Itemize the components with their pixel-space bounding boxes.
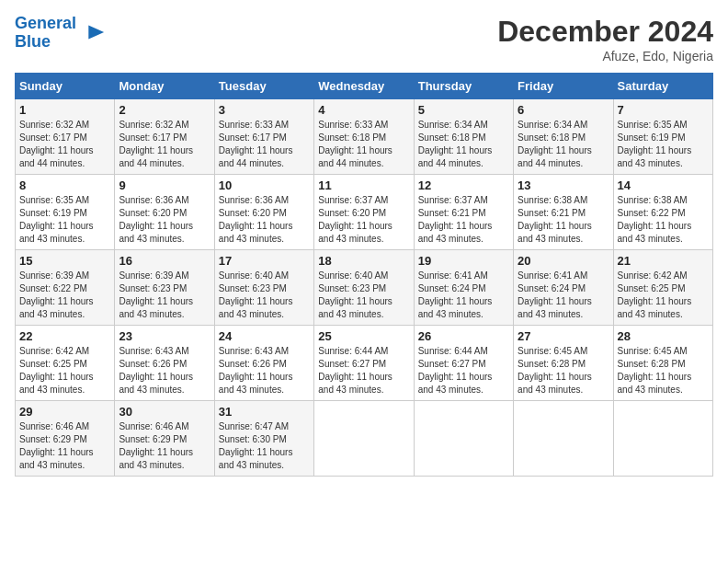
day-number: 25 [318,329,409,343]
day-info: Sunrise: 6:33 AM Sunset: 6:18 PM Dayligh… [318,119,409,170]
calendar-header-row: SundayMondayTuesdayWednesdayThursdayFrid… [16,74,713,99]
logo-icon [80,20,106,46]
day-info: Sunrise: 6:39 AM Sunset: 6:22 PM Dayligh… [19,270,110,321]
day-info: Sunrise: 6:36 AM Sunset: 6:20 PM Dayligh… [219,194,310,246]
header-wednesday: Wednesday [314,74,414,99]
day-number: 8 [19,178,110,192]
day-info: Sunrise: 6:37 AM Sunset: 6:20 PM Dayligh… [318,194,409,246]
day-number: 14 [618,178,709,192]
day-info: Sunrise: 6:45 AM Sunset: 6:28 PM Dayligh… [618,345,709,396]
day-info: Sunrise: 6:38 AM Sunset: 6:22 PM Dayligh… [618,194,709,246]
day-info: Sunrise: 6:45 AM Sunset: 6:28 PM Dayligh… [518,345,609,396]
calendar-cell [314,401,414,477]
calendar-table: SundayMondayTuesdayWednesdayThursdayFrid… [15,73,713,477]
calendar-week-5: 29 Sunrise: 6:46 AM Sunset: 6:29 PM Dayl… [16,401,713,477]
day-number: 7 [618,103,709,117]
day-info: Sunrise: 6:47 AM Sunset: 6:30 PM Dayligh… [219,420,310,472]
calendar-cell: 8 Sunrise: 6:35 AM Sunset: 6:19 PM Dayli… [16,175,115,250]
calendar-cell: 7 Sunrise: 6:35 AM Sunset: 6:19 PM Dayli… [613,99,712,175]
day-info: Sunrise: 6:41 AM Sunset: 6:24 PM Dayligh… [418,270,509,321]
day-number: 31 [219,405,310,419]
calendar-cell: 2 Sunrise: 6:32 AM Sunset: 6:17 PM Dayli… [115,99,214,175]
logo-text: General Blue [15,15,76,52]
day-number: 10 [219,178,310,192]
calendar-cell: 27 Sunrise: 6:45 AM Sunset: 6:28 PM Dayl… [514,326,613,401]
day-number: 27 [518,329,609,343]
calendar-cell: 15 Sunrise: 6:39 AM Sunset: 6:22 PM Dayl… [16,250,115,326]
month-title: December 2024 [497,15,713,49]
calendar-cell: 18 Sunrise: 6:40 AM Sunset: 6:23 PM Dayl… [314,250,414,326]
day-info: Sunrise: 6:43 AM Sunset: 6:26 PM Dayligh… [119,345,210,396]
day-info: Sunrise: 6:40 AM Sunset: 6:23 PM Dayligh… [318,270,409,321]
calendar-cell: 24 Sunrise: 6:43 AM Sunset: 6:26 PM Dayl… [214,326,313,401]
logo: General Blue [15,15,106,52]
day-number: 23 [119,329,210,343]
day-number: 5 [418,103,509,117]
calendar-cell [414,401,513,477]
calendar-cell: 22 Sunrise: 6:42 AM Sunset: 6:25 PM Dayl… [16,326,115,401]
day-number: 29 [19,405,110,419]
calendar-cell: 3 Sunrise: 6:33 AM Sunset: 6:17 PM Dayli… [214,99,313,175]
day-number: 17 [219,254,310,268]
calendar-week-1: 1 Sunrise: 6:32 AM Sunset: 6:17 PM Dayli… [16,99,713,175]
day-number: 16 [119,254,210,268]
calendar-cell: 6 Sunrise: 6:34 AM Sunset: 6:18 PM Dayli… [514,99,613,175]
day-info: Sunrise: 6:42 AM Sunset: 6:25 PM Dayligh… [19,345,110,396]
day-info: Sunrise: 6:34 AM Sunset: 6:18 PM Dayligh… [518,119,609,170]
calendar-cell: 29 Sunrise: 6:46 AM Sunset: 6:29 PM Dayl… [16,401,115,477]
calendar-cell [613,401,712,477]
calendar-cell: 26 Sunrise: 6:44 AM Sunset: 6:27 PM Dayl… [414,326,513,401]
calendar-cell: 28 Sunrise: 6:45 AM Sunset: 6:28 PM Dayl… [613,326,712,401]
calendar-cell: 9 Sunrise: 6:36 AM Sunset: 6:20 PM Dayli… [115,175,214,250]
day-number: 24 [219,329,310,343]
calendar-cell: 10 Sunrise: 6:36 AM Sunset: 6:20 PM Dayl… [214,175,313,250]
logo-line2: Blue [15,32,51,51]
calendar-cell: 1 Sunrise: 6:32 AM Sunset: 6:17 PM Dayli… [16,99,115,175]
calendar-cell: 13 Sunrise: 6:38 AM Sunset: 6:21 PM Dayl… [514,175,613,250]
calendar-cell: 14 Sunrise: 6:38 AM Sunset: 6:22 PM Dayl… [613,175,712,250]
day-number: 19 [418,254,509,268]
day-info: Sunrise: 6:32 AM Sunset: 6:17 PM Dayligh… [119,119,210,170]
calendar-cell: 21 Sunrise: 6:42 AM Sunset: 6:25 PM Dayl… [613,250,712,326]
calendar-cell: 30 Sunrise: 6:46 AM Sunset: 6:29 PM Dayl… [115,401,214,477]
day-number: 26 [418,329,509,343]
calendar-week-4: 22 Sunrise: 6:42 AM Sunset: 6:25 PM Dayl… [16,326,713,401]
calendar-cell: 5 Sunrise: 6:34 AM Sunset: 6:18 PM Dayli… [414,99,513,175]
calendar-cell: 31 Sunrise: 6:47 AM Sunset: 6:30 PM Dayl… [214,401,313,477]
day-number: 11 [318,178,409,192]
calendar-week-2: 8 Sunrise: 6:35 AM Sunset: 6:19 PM Dayli… [16,175,713,250]
day-number: 4 [318,103,409,117]
calendar-cell: 17 Sunrise: 6:40 AM Sunset: 6:23 PM Dayl… [214,250,313,326]
day-info: Sunrise: 6:35 AM Sunset: 6:19 PM Dayligh… [618,119,709,170]
day-number: 12 [418,178,509,192]
day-info: Sunrise: 6:46 AM Sunset: 6:29 PM Dayligh… [19,420,110,472]
day-number: 6 [518,103,609,117]
calendar-week-3: 15 Sunrise: 6:39 AM Sunset: 6:22 PM Dayl… [16,250,713,326]
day-info: Sunrise: 6:43 AM Sunset: 6:26 PM Dayligh… [219,345,310,396]
header-friday: Friday [514,74,613,99]
day-number: 30 [119,405,210,419]
day-info: Sunrise: 6:40 AM Sunset: 6:23 PM Dayligh… [219,270,310,321]
day-number: 3 [219,103,310,117]
day-number: 9 [119,178,210,192]
day-number: 2 [119,103,210,117]
day-info: Sunrise: 6:38 AM Sunset: 6:21 PM Dayligh… [518,194,609,246]
svg-marker-0 [88,25,104,39]
day-info: Sunrise: 6:32 AM Sunset: 6:17 PM Dayligh… [19,119,110,170]
title-block: December 2024 Afuze, Edo, Nigeria [497,15,713,63]
calendar-cell: 11 Sunrise: 6:37 AM Sunset: 6:20 PM Dayl… [314,175,414,250]
page-header: General Blue December 2024 Afuze, Edo, N… [15,15,713,63]
day-number: 18 [318,254,409,268]
header-sunday: Sunday [16,74,115,99]
day-number: 28 [618,329,709,343]
calendar-cell: 20 Sunrise: 6:41 AM Sunset: 6:24 PM Dayl… [514,250,613,326]
day-info: Sunrise: 6:44 AM Sunset: 6:27 PM Dayligh… [318,345,409,396]
calendar-cell [514,401,613,477]
day-info: Sunrise: 6:36 AM Sunset: 6:20 PM Dayligh… [119,194,210,246]
day-info: Sunrise: 6:37 AM Sunset: 6:21 PM Dayligh… [418,194,509,246]
header-tuesday: Tuesday [214,74,313,99]
header-saturday: Saturday [613,74,712,99]
calendar-cell: 23 Sunrise: 6:43 AM Sunset: 6:26 PM Dayl… [115,326,214,401]
calendar-cell: 12 Sunrise: 6:37 AM Sunset: 6:21 PM Dayl… [414,175,513,250]
header-monday: Monday [115,74,214,99]
